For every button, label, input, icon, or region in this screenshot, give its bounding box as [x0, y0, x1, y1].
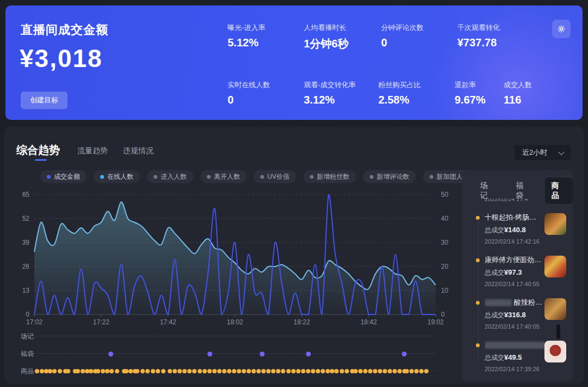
- legend-chip-新增粉丝数[interactable]: 新增粉丝数: [303, 170, 356, 183]
- marker-dot[interactable]: [108, 352, 113, 356]
- marker-dot[interactable]: [260, 352, 265, 356]
- marker-dot[interactable]: [66, 369, 70, 373]
- marker-dot[interactable]: [76, 369, 80, 373]
- marker-dot[interactable]: [330, 369, 334, 373]
- marker-dot[interactable]: [115, 369, 119, 373]
- marker-dot[interactable]: [311, 369, 315, 373]
- marker-dot[interactable]: [232, 369, 236, 373]
- legend-chip-离开人数[interactable]: 离开人数: [200, 170, 247, 183]
- marker-dot[interactable]: [40, 369, 44, 373]
- legend-chip-成交金额[interactable]: 成交金额: [40, 170, 87, 183]
- marker-dot[interactable]: [271, 369, 275, 373]
- marker-dot[interactable]: [345, 369, 349, 373]
- legend-chip-新增评论数[interactable]: 新增评论数: [363, 170, 416, 183]
- marker-dot[interactable]: [373, 369, 377, 373]
- marker-dot[interactable]: [388, 369, 392, 373]
- marker-dot[interactable]: [334, 369, 339, 373]
- legend-chip-在线人数[interactable]: 在线人数: [94, 170, 140, 183]
- marker-dot[interactable]: [326, 369, 330, 373]
- marker-dot[interactable]: [419, 369, 424, 373]
- marker-dot[interactable]: [306, 369, 310, 373]
- marker-dot[interactable]: [256, 369, 261, 373]
- marker-dot[interactable]: [301, 369, 305, 373]
- marker-dot[interactable]: [212, 369, 217, 373]
- marker-dot[interactable]: [397, 369, 402, 373]
- marker-dot[interactable]: [124, 369, 128, 373]
- scrollbar-thumb[interactable]: [556, 324, 560, 339]
- tab-composite-trend[interactable]: 综合趋势: [16, 143, 60, 158]
- marker-dot[interactable]: [140, 369, 145, 373]
- marker-dot[interactable]: [177, 369, 182, 373]
- metric-value: 0: [381, 37, 457, 49]
- marker-dot[interactable]: [207, 369, 212, 373]
- marker-dot[interactable]: [109, 369, 114, 373]
- marker-dot[interactable]: [192, 369, 197, 373]
- marker-dot[interactable]: [281, 369, 285, 373]
- marker-dot[interactable]: [353, 369, 358, 373]
- product-list-item[interactable]: 康师傅方便面劲… 总成交¥97.3 2022/02/14 17:40:55: [485, 256, 567, 289]
- marker-dot[interactable]: [161, 369, 166, 373]
- marker-dot[interactable]: [156, 369, 160, 373]
- create-goal-button[interactable]: 创建目标: [21, 92, 68, 109]
- marker-dot[interactable]: [58, 369, 62, 373]
- marker-dot[interactable]: [217, 369, 222, 373]
- marker-dot[interactable]: [105, 369, 109, 373]
- marker-dot[interactable]: [276, 369, 280, 373]
- tab-violations[interactable]: 违规情况: [123, 146, 154, 156]
- marker-dot[interactable]: [402, 352, 407, 356]
- marker-dot[interactable]: [363, 369, 367, 373]
- product-list-item[interactable]: 十根起拍-烤肠… 总成交¥140.8 2022/02/14 17:42:16: [485, 213, 567, 247]
- legend-dot-icon: [154, 175, 157, 179]
- product-list-item[interactable]: 总成交¥49.5 2022/02/14 17:39:26: [485, 341, 567, 374]
- marker-dot[interactable]: [35, 369, 39, 373]
- svg-text:17:42: 17:42: [160, 318, 176, 326]
- marker-dot[interactable]: [368, 369, 372, 373]
- marker-dot[interactable]: [409, 369, 414, 373]
- marker-dot[interactable]: [383, 369, 387, 373]
- marker-dot[interactable]: [306, 352, 311, 356]
- marker-dot[interactable]: [405, 369, 409, 373]
- marker-dot[interactable]: [207, 352, 212, 356]
- marker-dot[interactable]: [168, 369, 172, 373]
- marker-dot[interactable]: [182, 369, 187, 373]
- marker-dot[interactable]: [261, 369, 266, 373]
- marker-dot[interactable]: [222, 369, 226, 373]
- legend-chip-UV价值[interactable]: UV价值: [254, 170, 296, 183]
- marker-dot[interactable]: [424, 369, 428, 373]
- marker-dot[interactable]: [316, 369, 320, 373]
- tab-traffic-trend[interactable]: 流量趋势: [77, 146, 108, 156]
- marker-dot[interactable]: [145, 369, 150, 373]
- marker-dot[interactable]: [340, 369, 344, 373]
- marker-dot[interactable]: [48, 369, 52, 373]
- marker-dot[interactable]: [173, 369, 177, 373]
- marker-dot[interactable]: [252, 369, 256, 373]
- marker-dot[interactable]: [378, 369, 382, 373]
- marker-dot[interactable]: [296, 369, 301, 373]
- gear-icon[interactable]: [552, 20, 571, 38]
- marker-dot[interactable]: [393, 369, 397, 373]
- marker-dot[interactable]: [96, 369, 100, 373]
- marker-dot[interactable]: [198, 369, 202, 373]
- marker-dot[interactable]: [414, 369, 419, 373]
- time-range-dropdown[interactable]: 近2小时: [514, 145, 571, 160]
- marker-dot[interactable]: [135, 369, 139, 373]
- marker-dot[interactable]: [286, 369, 291, 373]
- marker-dot[interactable]: [291, 369, 296, 373]
- marker-dot[interactable]: [81, 369, 85, 373]
- marker-dot[interactable]: [187, 369, 192, 373]
- marker-dot[interactable]: [321, 369, 325, 373]
- marker-dot[interactable]: [128, 369, 133, 373]
- marker-dot[interactable]: [247, 369, 251, 373]
- svg-text:40: 40: [441, 215, 449, 222]
- marker-dot[interactable]: [151, 369, 155, 373]
- marker-dot[interactable]: [358, 369, 363, 373]
- marker-dot[interactable]: [266, 369, 271, 373]
- legend-chip-进入人数[interactable]: 进入人数: [147, 170, 193, 183]
- marker-dot[interactable]: [101, 369, 105, 373]
- marker-dot[interactable]: [203, 369, 207, 373]
- marker-dot[interactable]: [52, 369, 57, 373]
- product-list-item[interactable]: 酸辣粉粉… 总成交¥316.8 2022/02/14 17:40:05: [485, 298, 567, 332]
- marker-dot[interactable]: [227, 369, 231, 373]
- marker-dot[interactable]: [237, 369, 241, 373]
- marker-dot[interactable]: [242, 369, 246, 373]
